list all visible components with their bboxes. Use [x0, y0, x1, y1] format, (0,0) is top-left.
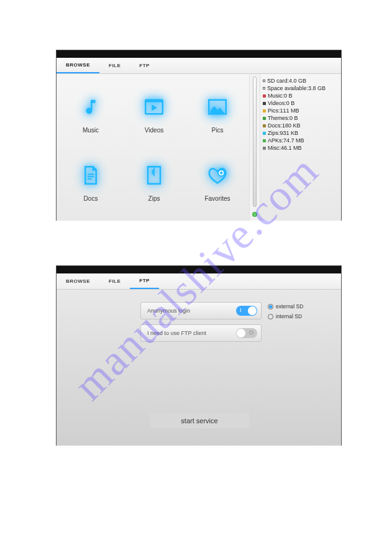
color-swatch [263, 124, 266, 127]
tab-file[interactable]: FILE [99, 273, 130, 289]
toggle-knob [237, 329, 245, 337]
stat-available: Space available:3.8 GB [263, 85, 339, 91]
storage-radios: external SD internal SD [268, 303, 303, 323]
scroll-tip [252, 212, 257, 217]
category-label: Favorites [204, 195, 230, 202]
picture-icon [204, 93, 231, 121]
anonymous-login-toggle[interactable]: I [236, 306, 257, 316]
stat-item: Misc:46.1 MB [263, 145, 339, 151]
stat-item: Pics:111 MB [263, 108, 339, 114]
color-swatch [263, 139, 266, 142]
category-label: Videos [145, 127, 163, 134]
stat-text: Docs:180 KB [268, 122, 301, 129]
category-label: Zips [148, 195, 160, 202]
stat-item: Music:0 B [263, 93, 339, 99]
svg-rect-4 [88, 176, 94, 177]
stat-text: Zips:931 KB [268, 130, 298, 136]
category-videos[interactable]: Videos [122, 79, 186, 147]
radio-dot-icon [268, 304, 273, 310]
start-service-button[interactable]: start service [150, 413, 249, 428]
stat-item: APKs:74.7 MB [263, 137, 339, 144]
svg-rect-3 [88, 173, 94, 175]
ftp-client-row[interactable]: I need to use FTP client O [140, 324, 262, 342]
tab-ftp[interactable]: FTP [130, 58, 159, 73]
zip-icon [140, 162, 168, 189]
radio-label: external SD [276, 303, 303, 310]
storage-stats: SD card:4.0 GB Space available:3.8 GB Mu… [260, 74, 341, 221]
ftp-settings: Anonymous login I I need to use FTP clie… [140, 302, 262, 347]
category-zips[interactable]: Zips [122, 147, 186, 216]
tab-file[interactable]: FILE [99, 58, 130, 73]
toggle-on-label: I [240, 307, 242, 313]
stat-text: Themes:0 B [268, 115, 298, 121]
android-statusbar [57, 50, 341, 58]
stat-item: Themes:0 B [263, 115, 339, 121]
color-swatch [263, 117, 266, 120]
color-swatch [263, 147, 266, 150]
category-label: Music [83, 127, 99, 134]
category-label: Docs [84, 195, 98, 202]
screenshot-browse: BROWSE FILE FTP Music Videos Pic [56, 50, 342, 221]
anonymous-login-row[interactable]: Anonymous login I [140, 302, 262, 319]
stat-text: Pics:111 MB [268, 108, 299, 114]
color-swatch [263, 132, 266, 135]
tab-browse[interactable]: BROWSE [57, 58, 99, 73]
radio-external-sd[interactable]: external SD [268, 303, 303, 310]
heart-plus-icon [204, 162, 231, 189]
stat-text: Music:0 B [268, 93, 293, 99]
video-icon [140, 93, 168, 121]
category-label: Pics [212, 127, 224, 134]
tab-bar: BROWSE FILE FTP [57, 58, 341, 74]
tab-bar: BROWSE FILE FTP [57, 273, 341, 290]
category-docs[interactable]: Docs [59, 147, 122, 216]
browse-body: Music Videos Pics Docs [57, 74, 341, 221]
category-grid: Music Videos Pics Docs [57, 74, 249, 221]
tab-browse[interactable]: BROWSE [57, 273, 99, 289]
toggle-off-label: O [249, 329, 253, 336]
radio-dot-icon [268, 314, 273, 319]
screenshot-ftp: BROWSE FILE FTP Anonymous login I I need… [56, 265, 342, 446]
color-swatch [263, 109, 266, 112]
radio-internal-sd[interactable]: internal SD [268, 313, 303, 319]
ftp-client-toggle[interactable]: O [236, 328, 257, 338]
document-icon [77, 162, 104, 189]
tab-ftp[interactable]: FTP [130, 273, 159, 289]
stat-item: Zips:931 KB [263, 130, 339, 136]
android-statusbar [57, 266, 341, 273]
svg-rect-1 [145, 99, 163, 102]
stat-text: Videos:0 B [268, 100, 294, 106]
scroll-indicator[interactable] [249, 74, 260, 221]
svg-rect-5 [88, 178, 91, 180]
color-swatch [263, 102, 266, 105]
stat-text: APKs:74.7 MB [268, 137, 304, 144]
category-music[interactable]: Music [59, 79, 122, 147]
ftp-body: Anonymous login I I need to use FTP clie… [57, 290, 341, 446]
music-icon [77, 93, 104, 121]
category-pics[interactable]: Pics [186, 79, 249, 147]
anonymous-login-label: Anonymous login [147, 308, 190, 314]
ftp-client-label: I need to use FTP client [147, 330, 206, 336]
stat-item: Videos:0 B [263, 100, 339, 106]
toggle-knob [248, 306, 257, 315]
color-swatch [263, 94, 266, 98]
radio-label: internal SD [276, 313, 302, 319]
stat-item: Docs:180 KB [263, 122, 339, 129]
scroll-thumb [253, 76, 257, 207]
stat-sdcard: SD card:4.0 GB [263, 78, 339, 84]
stat-text: Misc:46.1 MB [268, 145, 302, 151]
category-favorites[interactable]: Favorites [186, 147, 249, 216]
